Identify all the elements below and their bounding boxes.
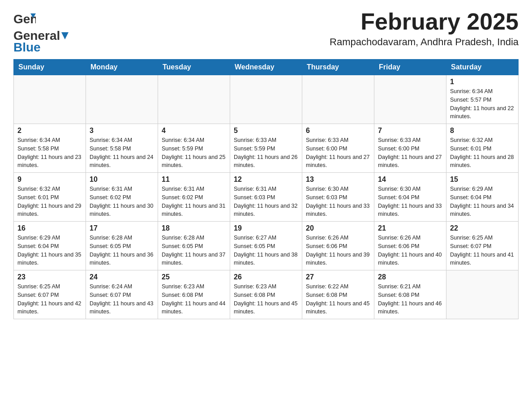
day-number: 21: [378, 224, 442, 232]
month-title: February 2025: [330, 9, 519, 34]
day-number: 18: [162, 224, 226, 232]
day-info: Sunrise: 6:29 AM Sunset: 6:04 PM Dayligh…: [450, 185, 515, 218]
calendar-cell: [302, 75, 374, 124]
day-info: Sunrise: 6:34 AM Sunset: 5:57 PM Dayligh…: [450, 87, 515, 121]
calendar-cell: 28Sunrise: 6:21 AM Sunset: 6:08 PM Dayli…: [374, 270, 446, 319]
calendar-cell: 3Sunrise: 6:34 AM Sunset: 5:58 PM Daylig…: [86, 124, 158, 173]
day-number: 15: [450, 176, 515, 184]
logo-triangle-icon: [60, 31, 69, 40]
page-header: General General Blue February 2025 Rampa…: [13, 9, 519, 55]
calendar-cell: [374, 75, 446, 124]
day-number: 14: [378, 176, 442, 184]
calendar-cell: 7Sunrise: 6:33 AM Sunset: 6:00 PM Daylig…: [374, 124, 446, 173]
week-row-4: 16Sunrise: 6:29 AM Sunset: 6:04 PM Dayli…: [14, 222, 519, 270]
day-info: Sunrise: 6:26 AM Sunset: 6:06 PM Dayligh…: [378, 234, 442, 267]
calendar-cell: 5Sunrise: 6:33 AM Sunset: 5:59 PM Daylig…: [230, 124, 302, 173]
day-info: Sunrise: 6:34 AM Sunset: 5:59 PM Dayligh…: [162, 136, 226, 170]
day-info: Sunrise: 6:28 AM Sunset: 6:05 PM Dayligh…: [90, 234, 154, 267]
calendar-cell: 17Sunrise: 6:28 AM Sunset: 6:05 PM Dayli…: [86, 222, 158, 270]
day-info: Sunrise: 6:22 AM Sunset: 6:08 PM Dayligh…: [306, 283, 370, 316]
calendar-cell: [158, 75, 230, 124]
calendar-header-row: SundayMondayTuesdayWednesdayThursdayFrid…: [14, 60, 519, 75]
day-info: Sunrise: 6:21 AM Sunset: 6:08 PM Dayligh…: [378, 283, 442, 316]
location-title: Rampachodavaram, Andhra Pradesh, India: [330, 36, 519, 48]
day-header-friday: Friday: [374, 60, 446, 75]
day-info: Sunrise: 6:30 AM Sunset: 6:03 PM Dayligh…: [306, 185, 370, 218]
calendar-cell: 26Sunrise: 6:23 AM Sunset: 6:08 PM Dayli…: [230, 270, 302, 319]
day-info: Sunrise: 6:30 AM Sunset: 6:04 PM Dayligh…: [378, 185, 442, 218]
calendar-cell: [14, 75, 86, 124]
calendar-cell: [230, 75, 302, 124]
calendar-cell: 27Sunrise: 6:22 AM Sunset: 6:08 PM Dayli…: [302, 270, 374, 319]
calendar-cell: 9Sunrise: 6:32 AM Sunset: 6:01 PM Daylig…: [14, 173, 86, 222]
day-header-monday: Monday: [86, 60, 158, 75]
day-number: 22: [450, 224, 515, 232]
day-info: Sunrise: 6:27 AM Sunset: 6:05 PM Dayligh…: [234, 234, 298, 267]
svg-marker-2: [61, 32, 69, 39]
calendar-cell: 19Sunrise: 6:27 AM Sunset: 6:05 PM Dayli…: [230, 222, 302, 270]
logo: General General Blue: [13, 9, 70, 55]
day-header-saturday: Saturday: [446, 60, 519, 75]
day-number: 8: [450, 127, 515, 135]
day-number: 3: [90, 127, 154, 135]
day-info: Sunrise: 6:31 AM Sunset: 6:02 PM Dayligh…: [162, 185, 226, 218]
day-number: 25: [162, 273, 226, 281]
day-number: 16: [17, 224, 82, 232]
day-number: 6: [306, 127, 370, 135]
calendar-cell: 8Sunrise: 6:32 AM Sunset: 6:01 PM Daylig…: [446, 124, 519, 173]
day-number: 4: [162, 127, 226, 135]
calendar-cell: 1Sunrise: 6:34 AM Sunset: 5:57 PM Daylig…: [446, 75, 519, 124]
calendar-cell: 12Sunrise: 6:31 AM Sunset: 6:03 PM Dayli…: [230, 173, 302, 222]
day-info: Sunrise: 6:25 AM Sunset: 6:07 PM Dayligh…: [450, 234, 515, 267]
day-number: 19: [234, 224, 298, 232]
calendar-table: SundayMondayTuesdayWednesdayThursdayFrid…: [13, 59, 519, 319]
day-number: 12: [234, 176, 298, 184]
logo-blue: Blue: [13, 40, 41, 54]
day-info: Sunrise: 6:23 AM Sunset: 6:08 PM Dayligh…: [162, 283, 226, 316]
day-number: 26: [234, 273, 298, 281]
week-row-1: 1Sunrise: 6:34 AM Sunset: 5:57 PM Daylig…: [14, 75, 519, 124]
day-number: 17: [90, 224, 154, 232]
week-row-5: 23Sunrise: 6:25 AM Sunset: 6:07 PM Dayli…: [14, 270, 519, 319]
day-number: 20: [306, 224, 370, 232]
day-info: Sunrise: 6:33 AM Sunset: 6:00 PM Dayligh…: [378, 136, 442, 170]
day-number: 28: [378, 273, 442, 281]
day-info: Sunrise: 6:26 AM Sunset: 6:06 PM Dayligh…: [306, 234, 370, 267]
calendar-cell: 6Sunrise: 6:33 AM Sunset: 6:00 PM Daylig…: [302, 124, 374, 173]
day-number: 10: [90, 176, 154, 184]
day-info: Sunrise: 6:24 AM Sunset: 6:07 PM Dayligh…: [90, 283, 154, 316]
day-number: 1: [450, 78, 515, 86]
title-block: February 2025 Rampachodavaram, Andhra Pr…: [330, 9, 519, 48]
calendar-cell: 22Sunrise: 6:25 AM Sunset: 6:07 PM Dayli…: [446, 222, 519, 270]
calendar-cell: 10Sunrise: 6:31 AM Sunset: 6:02 PM Dayli…: [86, 173, 158, 222]
calendar-cell: 4Sunrise: 6:34 AM Sunset: 5:59 PM Daylig…: [158, 124, 230, 173]
calendar-cell: 20Sunrise: 6:26 AM Sunset: 6:06 PM Dayli…: [302, 222, 374, 270]
day-header-sunday: Sunday: [14, 60, 86, 75]
calendar-cell: 13Sunrise: 6:30 AM Sunset: 6:03 PM Dayli…: [302, 173, 374, 222]
calendar-cell: 14Sunrise: 6:30 AM Sunset: 6:04 PM Dayli…: [374, 173, 446, 222]
calendar-cell: 2Sunrise: 6:34 AM Sunset: 5:58 PM Daylig…: [14, 124, 86, 173]
day-info: Sunrise: 6:32 AM Sunset: 6:01 PM Dayligh…: [17, 185, 82, 218]
calendar-cell: 25Sunrise: 6:23 AM Sunset: 6:08 PM Dayli…: [158, 270, 230, 319]
day-number: 27: [306, 273, 370, 281]
day-header-wednesday: Wednesday: [230, 60, 302, 75]
day-number: 7: [378, 127, 442, 135]
day-info: Sunrise: 6:25 AM Sunset: 6:07 PM Dayligh…: [17, 283, 82, 316]
week-row-3: 9Sunrise: 6:32 AM Sunset: 6:01 PM Daylig…: [14, 173, 519, 222]
day-number: 2: [17, 127, 82, 135]
day-number: 9: [17, 176, 82, 184]
day-number: 23: [17, 273, 82, 281]
calendar-cell: [446, 270, 519, 319]
day-info: Sunrise: 6:31 AM Sunset: 6:03 PM Dayligh…: [234, 185, 298, 218]
day-number: 24: [90, 273, 154, 281]
day-info: Sunrise: 6:33 AM Sunset: 5:59 PM Dayligh…: [234, 136, 298, 170]
day-info: Sunrise: 6:28 AM Sunset: 6:05 PM Dayligh…: [162, 234, 226, 267]
day-info: Sunrise: 6:34 AM Sunset: 5:58 PM Dayligh…: [17, 136, 82, 170]
day-info: Sunrise: 6:33 AM Sunset: 6:00 PM Dayligh…: [306, 136, 370, 170]
day-info: Sunrise: 6:23 AM Sunset: 6:08 PM Dayligh…: [234, 283, 298, 316]
calendar-cell: 16Sunrise: 6:29 AM Sunset: 6:04 PM Dayli…: [14, 222, 86, 270]
calendar-cell: 11Sunrise: 6:31 AM Sunset: 6:02 PM Dayli…: [158, 173, 230, 222]
day-info: Sunrise: 6:32 AM Sunset: 6:01 PM Dayligh…: [450, 136, 515, 170]
day-header-tuesday: Tuesday: [158, 60, 230, 75]
day-number: 5: [234, 127, 298, 135]
